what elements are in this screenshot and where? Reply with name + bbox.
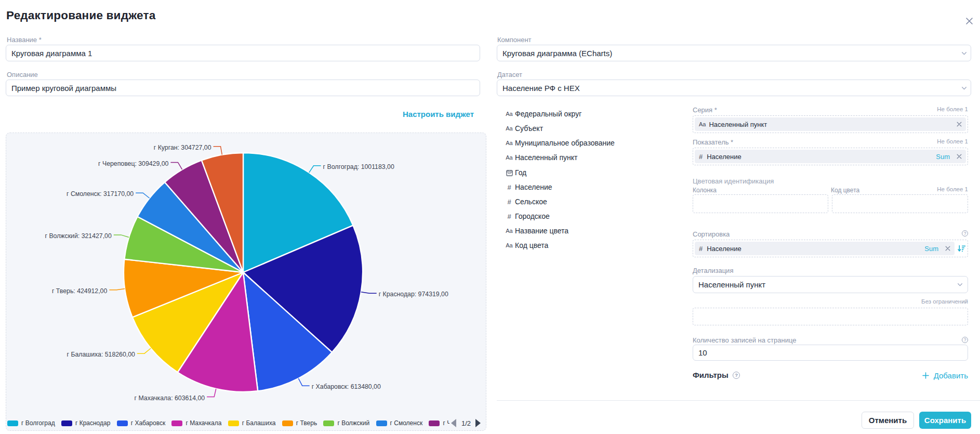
svg-text:г Волжский: 321427,00: г Волжский: 321427,00	[45, 232, 111, 240]
svg-text:г Краснодар: 974319,00: г Краснодар: 974319,00	[379, 291, 448, 298]
svg-text:г Хабаровск: 613480,00: г Хабаровск: 613480,00	[312, 383, 381, 390]
svg-text:г Курган: 304727,00: г Курган: 304727,00	[154, 144, 211, 151]
svg-text:г Махачкала: 603614,00: г Махачкала: 603614,00	[135, 394, 205, 402]
svg-text:г Тверь: 424912,00: г Тверь: 424912,00	[52, 287, 107, 295]
svg-text:г Балашиха: 518260,00: г Балашиха: 518260,00	[67, 351, 136, 358]
svg-text:г Смоленск: 317170,00: г Смоленск: 317170,00	[67, 190, 134, 198]
svg-text:г Волгоград: 1001183,00: г Волгоград: 1001183,00	[323, 163, 394, 170]
svg-text:г Череповец: 309429,00: г Череповец: 309429,00	[98, 160, 169, 167]
